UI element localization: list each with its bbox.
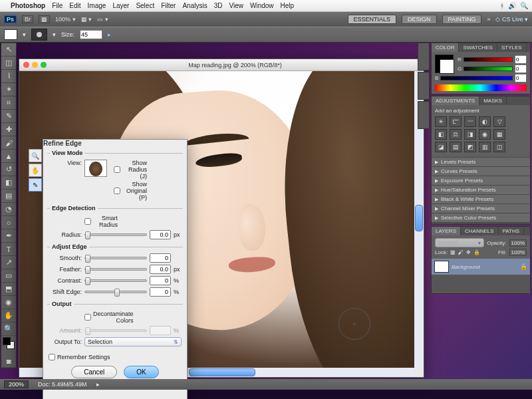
exposure-icon[interactable]: ◐	[479, 116, 491, 127]
preset-huesat[interactable]: ▶Hue/Saturation Presets	[432, 185, 530, 194]
color-fgbg-swatch[interactable]	[435, 55, 454, 73]
workspace-essentials[interactable]: ESSENTIALS	[348, 15, 397, 24]
dialog-titlebar[interactable]: Refine Edge	[43, 140, 187, 150]
workspace-design[interactable]: DESIGN	[402, 15, 437, 24]
blur-tool-icon[interactable]: ◔	[1, 203, 16, 216]
quickselect-tool-icon[interactable]: ✶	[1, 83, 16, 96]
menu-file[interactable]: File	[52, 2, 63, 9]
vibrance-icon[interactable]: ▽	[493, 116, 505, 127]
crop-tool-icon[interactable]: ⌗	[1, 96, 16, 110]
zoom-tool-icon[interactable]: 🔍	[1, 323, 16, 336]
chanmix-icon[interactable]: ▦	[493, 129, 505, 140]
tab-paths[interactable]: PATHS	[499, 227, 524, 235]
show-original-checkbox[interactable]	[114, 188, 120, 194]
colorbal-icon[interactable]: ⚖	[450, 129, 462, 140]
show-radius-checkbox[interactable]	[114, 166, 120, 173]
brush-preview[interactable]	[31, 29, 47, 41]
r-slider[interactable]	[464, 57, 513, 62]
bw-icon[interactable]: ◨	[464, 129, 476, 140]
bridge-icon[interactable]: Br	[22, 15, 33, 23]
zoom-field[interactable]: 200%	[4, 380, 29, 388]
ok-button[interactable]: OK	[124, 366, 158, 378]
size-input[interactable]	[80, 30, 102, 39]
path-tool-icon[interactable]: ↗	[1, 256, 16, 269]
dlg-refineradius-tool-icon[interactable]: ✎	[29, 178, 42, 192]
r-input[interactable]	[515, 55, 527, 64]
preset-curves[interactable]: ▶Curves Presets	[432, 166, 530, 176]
tab-styles[interactable]: STYLES	[497, 43, 527, 52]
b-input[interactable]	[515, 74, 527, 82]
document-titlebar[interactable]: Map reading.jpg @ 200% (RGB/8*)	[19, 59, 424, 71]
preset-chanmix[interactable]: ▶Channel Mixer Presets	[432, 203, 530, 213]
contrast-input[interactable]	[150, 276, 171, 285]
gradmap-icon[interactable]: ▥	[479, 142, 491, 152]
status-chevron-icon[interactable]: ▸	[96, 381, 100, 388]
dodge-tool-icon[interactable]: ○	[1, 216, 16, 229]
stamp-tool-icon[interactable]: ▲	[1, 150, 16, 163]
volume-icon[interactable]: 🔊	[508, 2, 516, 9]
viewextras-icon[interactable]: ▦ ▾	[81, 16, 92, 23]
zoomwin-icon[interactable]	[41, 62, 47, 68]
brightness-icon[interactable]: ☀	[435, 116, 447, 127]
workspace-painting[interactable]: PAINTING	[442, 15, 482, 24]
brush-tool-icon[interactable]: 🖌	[1, 136, 16, 150]
levels-icon[interactable]: ⫍	[450, 116, 462, 127]
zoom-dropdown[interactable]: 100% ▾	[55, 16, 76, 23]
poster-icon[interactable]: ▤	[450, 142, 462, 152]
doc-status[interactable]: Doc: 5.49M/5.49M	[38, 381, 87, 388]
curves-icon[interactable]: 〰	[464, 116, 476, 127]
preset-bw[interactable]: ▶Black & White Presets	[432, 194, 530, 203]
minimize-icon[interactable]	[32, 62, 38, 68]
tab-swatches[interactable]: SWATCHES	[459, 43, 497, 52]
smooth-slider[interactable]	[84, 257, 147, 259]
tool-preset-swatch[interactable]	[4, 29, 17, 40]
fg-bg-swatch[interactable]	[1, 336, 16, 354]
minibridge-icon[interactable]: ▦	[39, 15, 50, 23]
spotlight-icon[interactable]: 🔍	[520, 2, 528, 9]
g-input[interactable]	[515, 65, 527, 73]
dlg-zoom-tool-icon[interactable]: 🔍	[29, 149, 42, 162]
menu-3d[interactable]: 3D	[214, 2, 223, 9]
tab-layers[interactable]: LAYERS	[432, 227, 461, 235]
feather-input[interactable]	[150, 265, 171, 274]
b-slider[interactable]	[440, 76, 513, 80]
lasso-tool-icon[interactable]: ⌇	[1, 70, 16, 83]
contrast-slider[interactable]	[84, 279, 147, 282]
selcolor-icon[interactable]: ◫	[493, 142, 505, 152]
radius-input[interactable]	[150, 230, 171, 239]
photofilter-icon[interactable]: ◉	[479, 129, 491, 140]
cancel-button[interactable]: Cancel	[71, 366, 117, 378]
remember-checkbox[interactable]	[49, 354, 55, 360]
cslive-button[interactable]: ◇ CS Live ▾	[495, 16, 528, 23]
size-stepper-icon[interactable]: ▸	[108, 31, 111, 38]
preset-levels[interactable]: ▶Levels Presets	[432, 157, 530, 166]
menu-select[interactable]: Select	[136, 2, 154, 9]
tab-channels[interactable]: CHANNELS	[461, 227, 499, 235]
close-icon[interactable]	[23, 62, 29, 68]
threshold-icon[interactable]: ◩	[464, 142, 476, 152]
g-slider[interactable]	[464, 66, 513, 71]
tab-adjustments[interactable]: ADJUSTMENTS	[432, 96, 479, 105]
blendmode-select[interactable]: Normal▾	[435, 238, 484, 247]
screenmode-icon[interactable]: ▭ ▾	[97, 16, 108, 23]
move-tool-icon[interactable]: ↖	[1, 43, 16, 57]
shape-tool-icon[interactable]: ▭	[1, 269, 16, 283]
menu-window[interactable]: Window	[250, 2, 274, 9]
menu-filter[interactable]: Filter	[161, 2, 176, 9]
shift-slider[interactable]	[84, 291, 147, 293]
preset-selcolor[interactable]: ▶Selective Color Presets	[432, 213, 530, 222]
outputto-select[interactable]: Selection⇅	[84, 337, 182, 346]
gradient-tool-icon[interactable]: ▤	[1, 190, 16, 203]
3dcamera-tool-icon[interactable]: ◉	[1, 296, 16, 309]
spectrum-ramp[interactable]	[435, 84, 527, 91]
tab-color[interactable]: COLOR	[432, 43, 459, 52]
shift-input[interactable]	[150, 287, 171, 297]
bluetooth-icon[interactable]: ᚼ	[500, 2, 504, 9]
lock-all-icon[interactable]: 🔒	[473, 249, 480, 255]
lock-trans-icon[interactable]: ▦	[450, 249, 456, 255]
menu-analysis[interactable]: Analysis	[182, 2, 207, 9]
menu-view[interactable]: View	[229, 2, 243, 9]
hue-icon[interactable]: ◧	[435, 129, 447, 140]
eraser-tool-icon[interactable]: ◧	[1, 176, 16, 190]
lock-pixels-icon[interactable]: 🖌	[458, 249, 464, 255]
